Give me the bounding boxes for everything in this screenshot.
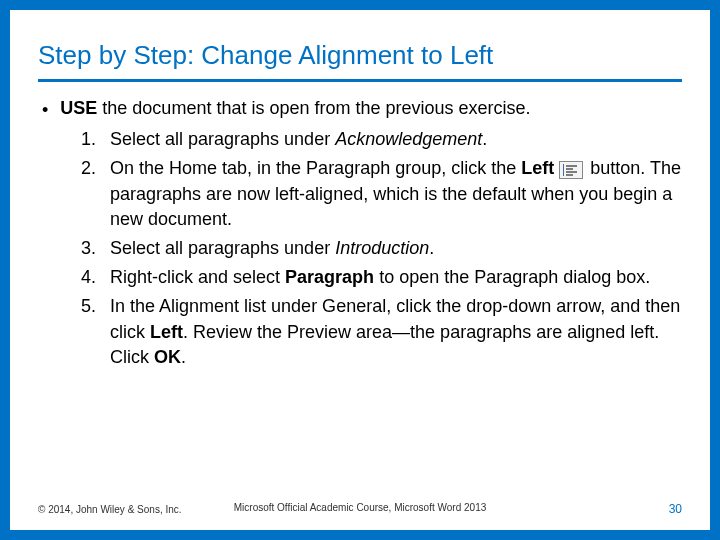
step-item: 4.Right-click and select Paragraph to op…	[72, 265, 682, 290]
step-list: 1.Select all paragraphs under Acknowledg…	[38, 127, 682, 370]
slide-footer: © 2014, John Wiley & Sons, Inc. Microsof…	[38, 502, 682, 516]
step-number: 5.	[72, 294, 96, 370]
slide-title: Step by Step: Change Alignment to Left	[38, 40, 682, 82]
intro-text: USE the document that is open from the p…	[60, 96, 530, 123]
text-run: On the Home tab, in the Paragraph group,…	[110, 158, 521, 178]
bold-run: OK	[154, 347, 181, 367]
text-run: Select all paragraphs under	[110, 129, 335, 149]
bold-run: Paragraph	[285, 267, 374, 287]
step-text: On the Home tab, in the Paragraph group,…	[110, 156, 682, 232]
bullet-icon: •	[42, 96, 48, 123]
step-item: 2.On the Home tab, in the Paragraph grou…	[72, 156, 682, 232]
footer-copyright: © 2014, John Wiley & Sons, Inc.	[38, 504, 182, 515]
step-text: Right-click and select Paragraph to open…	[110, 265, 682, 290]
text-run: to open the Paragraph dialog box.	[374, 267, 650, 287]
text-run: Right-click and select	[110, 267, 285, 287]
italic-run: Acknowledgement	[335, 129, 482, 149]
text-run: .	[429, 238, 434, 258]
bold-run: Left	[150, 322, 183, 342]
align-left-icon	[559, 161, 583, 179]
slide: Step by Step: Change Alignment to Left •…	[0, 0, 720, 540]
footer-page-number: 30	[669, 502, 682, 516]
step-number: 3.	[72, 236, 96, 261]
intro-bold: USE	[60, 98, 97, 118]
step-text: Select all paragraphs under Acknowledgem…	[110, 127, 682, 152]
step-item: 5.In the Alignment list under General, c…	[72, 294, 682, 370]
bold-run: Left	[521, 158, 554, 178]
intro-bullet: • USE the document that is open from the…	[38, 96, 682, 123]
step-number: 1.	[72, 127, 96, 152]
italic-run: Introduction	[335, 238, 429, 258]
text-run: .	[181, 347, 186, 367]
text-run: .	[482, 129, 487, 149]
slide-body: • USE the document that is open from the…	[38, 96, 682, 370]
text-run: Select all paragraphs under	[110, 238, 335, 258]
intro-rest: the document that is open from the previ…	[97, 98, 530, 118]
step-number: 4.	[72, 265, 96, 290]
step-number: 2.	[72, 156, 96, 232]
text-run: . Review the Preview area—the paragraphs…	[110, 322, 659, 367]
step-item: 3.Select all paragraphs under Introducti…	[72, 236, 682, 261]
step-item: 1.Select all paragraphs under Acknowledg…	[72, 127, 682, 152]
step-text: In the Alignment list under General, cli…	[110, 294, 682, 370]
step-text: Select all paragraphs under Introduction…	[110, 236, 682, 261]
